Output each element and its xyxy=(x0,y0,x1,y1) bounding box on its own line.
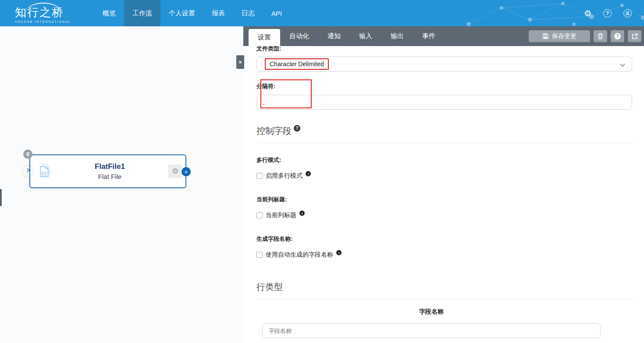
multiline-mode-checkbox-label: 启用多行模式 xyxy=(266,172,302,180)
settings-panel: 设置 自动化 通知 输入 输出 事件 保存变更 xyxy=(243,26,644,343)
panel-header-actions: 保存变更 ? xyxy=(529,30,641,42)
delimiter-label: 分隔符: xyxy=(256,82,632,90)
generate-field-names-row: 使用自动生成的字段名称 i xyxy=(256,251,632,259)
tab-automation[interactable]: 自动化 xyxy=(280,26,318,46)
nav-item-api[interactable]: API xyxy=(263,0,290,26)
generate-field-names-info-icon[interactable]: i xyxy=(336,250,342,255)
tab-input[interactable]: 输入 xyxy=(350,26,381,46)
save-changes-button[interactable]: 保存变更 xyxy=(529,30,590,42)
node-output-port[interactable]: > xyxy=(181,167,191,176)
panel-close-button[interactable]: × xyxy=(236,55,244,69)
nav-item-reports[interactable]: 报表 xyxy=(203,0,233,26)
close-icon: × xyxy=(238,59,242,65)
file-type-label: 文件类型: xyxy=(256,46,632,53)
generate-field-names-checkbox-label: 使用自动生成的字段名称 xyxy=(266,251,333,259)
column-header-checkbox[interactable] xyxy=(256,212,263,218)
settings-gear-icon[interactable]: ⚙ xyxy=(584,9,591,18)
multiline-mode-row: 启用多行模式 i xyxy=(256,172,632,180)
trash-icon xyxy=(598,33,603,39)
main-nav: 概览 工作流 个人设置 报表 日志 API xyxy=(94,0,290,26)
delimiter-input[interactable] xyxy=(256,95,632,110)
column-header-row: 当前列标题 i xyxy=(256,211,632,219)
app-logo[interactable]: 知行之桥 ARCESB INTERNATIONAL xyxy=(0,0,94,26)
node-count-badge: 0 xyxy=(23,150,32,159)
save-disk-icon xyxy=(542,33,549,39)
nav-item-workflow[interactable]: 工作流 xyxy=(124,0,160,26)
app-root: 知行之桥 ARCESB INTERNATIONAL 概览 工作流 个人设置 报表… xyxy=(0,0,644,343)
canvas-left-edge-handle[interactable] xyxy=(0,189,2,206)
field-name-input[interactable] xyxy=(262,323,601,338)
logo-subtitle: ARCESB INTERNATIONAL xyxy=(15,20,94,23)
nav-item-profile-settings[interactable]: 个人设置 xyxy=(160,0,203,26)
help-icon[interactable]: ? xyxy=(603,9,612,18)
account-icon[interactable] xyxy=(623,9,632,18)
multiline-mode-checkbox[interactable] xyxy=(256,173,263,179)
tab-output[interactable]: 输出 xyxy=(381,26,413,46)
chevron-down-icon xyxy=(620,61,625,66)
navbar-right-icons: ⚙ ? xyxy=(584,0,632,26)
row-type-heading: 行类型 xyxy=(256,281,632,293)
gear-icon: ⚙ xyxy=(172,167,178,176)
file-type-value-annotated: Character Delimited xyxy=(265,58,329,70)
column-header-checkbox-label: 当前列标题 xyxy=(266,211,296,219)
panel-header: 设置 自动化 通知 输入 输出 事件 保存变更 xyxy=(243,26,644,46)
node-settings-button[interactable]: ⚙ xyxy=(168,164,182,178)
section-divider xyxy=(256,143,632,143)
nav-item-overview[interactable]: 概览 xyxy=(94,0,124,26)
tab-events[interactable]: 事件 xyxy=(413,26,445,46)
workflow-canvas[interactable]: 0 > FlatFile1 Flat File ⚙ > xyxy=(0,26,243,343)
external-link-icon xyxy=(632,33,638,39)
top-navbar: 知行之桥 ARCESB INTERNATIONAL 概览 工作流 个人设置 报表… xyxy=(0,0,644,26)
multiline-mode-label: 多行模式: xyxy=(256,156,632,164)
node-subtitle: Flat File xyxy=(51,173,168,180)
logo-arc-decoration xyxy=(25,3,62,14)
panel-tabs: 设置 自动化 通知 输入 输出 事件 xyxy=(243,26,445,46)
field-name-column: 字段名称 + 添加字段 xyxy=(262,308,601,343)
person-icon xyxy=(625,11,630,16)
control-fields-heading-text: 控制字段 xyxy=(256,126,292,136)
node-title: FlatFile1 xyxy=(51,162,168,171)
column-header-label: 当前列标题: xyxy=(256,196,632,204)
tab-settings[interactable]: 设置 xyxy=(249,29,280,46)
flat-file-icon xyxy=(38,163,51,180)
node-text: FlatFile1 Flat File xyxy=(51,162,168,180)
open-external-button[interactable] xyxy=(628,30,641,42)
delete-button[interactable] xyxy=(594,30,607,42)
flatfile-node[interactable]: 0 > FlatFile1 Flat File ⚙ > xyxy=(29,154,186,188)
generate-field-names-label: 生成字段名称: xyxy=(256,235,632,243)
section-divider xyxy=(256,299,632,299)
file-type-select[interactable]: Character Delimited xyxy=(256,57,632,71)
field-name-column-header: 字段名称 xyxy=(262,308,601,316)
save-changes-label: 保存变更 xyxy=(552,32,576,40)
panel-help-button[interactable]: ? xyxy=(611,30,624,42)
multiline-info-icon[interactable]: i xyxy=(306,171,311,176)
settings-form: 文件类型: Character Delimited 分隔符: 控制字段? 多行模… xyxy=(243,46,644,343)
column-header-info-icon[interactable]: i xyxy=(299,211,305,216)
generate-field-names-checkbox[interactable] xyxy=(256,252,263,258)
help-circle-icon: ? xyxy=(614,33,621,39)
control-fields-help-icon[interactable]: ? xyxy=(294,125,300,132)
nav-item-logs[interactable]: 日志 xyxy=(233,0,263,26)
tab-notifications[interactable]: 通知 xyxy=(318,26,350,46)
control-fields-heading: 控制字段? xyxy=(256,125,632,137)
output-port-chevron-icon: > xyxy=(185,169,187,175)
input-port-chevron-icon: > xyxy=(27,167,30,174)
